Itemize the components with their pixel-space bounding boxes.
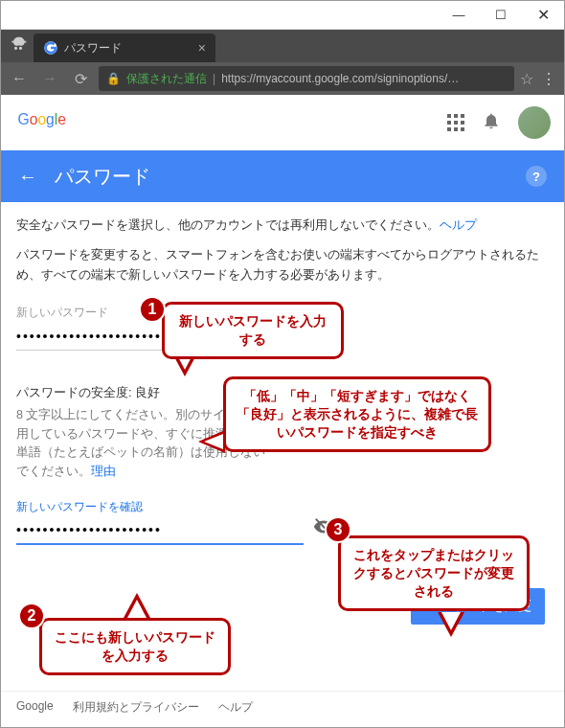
warning-text: パスワードを変更すると、スマートフォンを含むお使いの端末すべてからログアウトされ…	[16, 245, 549, 285]
annotation-badge-2: 2	[18, 603, 45, 629]
window-close[interactable]: ✕	[522, 2, 564, 29]
page-content: Google ← パスワード ? 安全なパスワードを選択し、他のアカウントでは再…	[1, 95, 564, 728]
page-title: パスワード	[55, 164, 150, 190]
browser-toolbar: ← → ⟳ 🔒 保護された通信 | https://myaccount.goog…	[1, 62, 564, 95]
strength-value: 良好	[135, 385, 160, 399]
annotation-callout-2: 「低」「中」「短すぎます」ではなく「良好」と表示されるように、複雑で長いパスワー…	[223, 376, 491, 452]
window-maximize[interactable]: ☐	[480, 2, 522, 29]
annotation-callout-3: ここにも新しいパスワードを入力する	[39, 618, 231, 675]
google-header: Google	[1, 95, 564, 150]
url-text: https://myaccount.google.com/signinoptio…	[221, 72, 459, 85]
banner-back-icon[interactable]: ←	[18, 166, 37, 188]
google-logo[interactable]: Google	[14, 109, 89, 136]
incognito-icon	[9, 35, 28, 58]
avatar[interactable]	[518, 106, 551, 139]
page-banner: ← パスワード ?	[1, 150, 564, 202]
footer-help[interactable]: ヘルプ	[218, 699, 253, 716]
confirm-password-label: 新しいパスワードを確認	[16, 498, 549, 516]
browser-tab[interactable]: パスワード ×	[34, 34, 215, 62]
help-link[interactable]: ヘルプ	[440, 217, 477, 232]
annotation-pointer-2	[198, 430, 225, 453]
bookmark-star-icon[interactable]: ☆	[520, 70, 533, 88]
annotation-pointer-4	[438, 612, 464, 637]
address-bar[interactable]: 🔒 保護された通信 | https://myaccount.google.com…	[99, 66, 514, 91]
annotation-badge-1: 1	[139, 296, 166, 323]
window-minimize[interactable]: —	[438, 2, 480, 29]
annotation-callout-4: これをタップまたはクリックするとパスワードが変更される	[338, 535, 530, 611]
url-separator: |	[213, 72, 215, 85]
secure-label: 保護された通信	[126, 71, 207, 87]
tab-strip: パスワード ×	[1, 30, 564, 62]
google-favicon-icon	[43, 40, 58, 56]
nav-reload-icon[interactable]: ⟳	[68, 66, 93, 91]
nav-forward-icon[interactable]: →	[37, 66, 62, 91]
intro-text: 安全なパスワードを選択し、他のアカウントでは再利用しないでください。ヘルプ	[16, 216, 549, 236]
annotation-callout-1: 新しいパスワードを入力する	[162, 302, 344, 359]
tab-title: パスワード	[64, 40, 192, 57]
confirm-password-input[interactable]	[16, 516, 304, 545]
lock-icon: 🔒	[106, 72, 121, 85]
annotation-pointer-3	[124, 593, 150, 618]
tab-close-icon[interactable]: ×	[198, 40, 206, 56]
annotation-badge-3: 3	[325, 516, 351, 543]
footer-google[interactable]: Google	[16, 699, 54, 716]
banner-help-icon[interactable]: ?	[526, 166, 547, 187]
svg-text:Google: Google	[18, 111, 66, 127]
nav-back-icon[interactable]: ←	[7, 66, 32, 91]
apps-grid-icon[interactable]	[447, 114, 464, 131]
notifications-bell-icon[interactable]	[482, 111, 501, 134]
browser-menu-icon[interactable]: ⋮	[539, 70, 558, 88]
window-titlebar: — ☐ ✕	[1, 1, 564, 30]
reason-link[interactable]: 理由	[91, 465, 116, 478]
page-footer: Google 利用規約とプライバシー ヘルプ	[1, 691, 564, 723]
footer-privacy[interactable]: 利用規約とプライバシー	[73, 699, 199, 716]
